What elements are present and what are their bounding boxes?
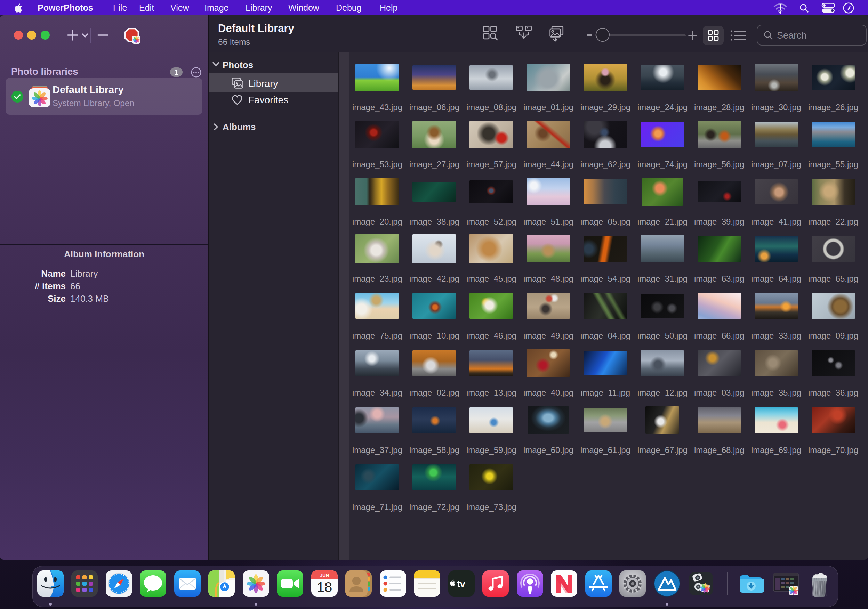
svg-text:18: 18 <box>317 580 332 595</box>
svg-text:tv: tv <box>457 579 465 589</box>
svg-text:JUN: JUN <box>320 572 329 578</box>
